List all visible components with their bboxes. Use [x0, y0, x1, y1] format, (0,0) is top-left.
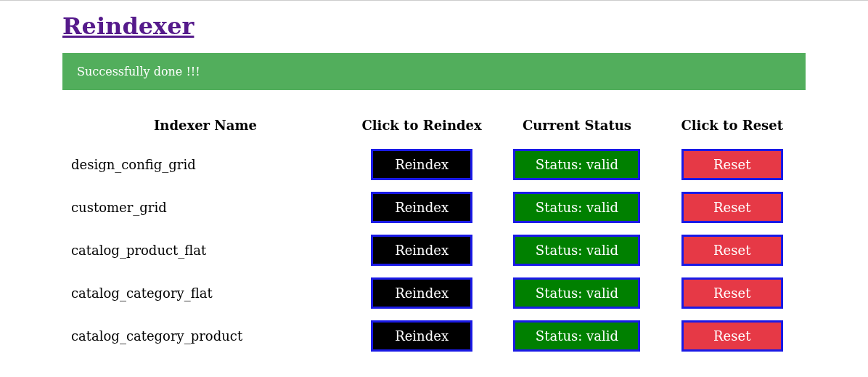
col-click-reset: Click to Reset	[658, 113, 806, 137]
reset-button[interactable]: Reset	[681, 277, 783, 309]
indexer-name: design_config_grid	[62, 149, 348, 180]
reindex-button[interactable]: Reindex	[371, 149, 472, 180]
status-badge: Status: valid	[513, 235, 640, 266]
table-row: catalog_product_flatReindexStatus: valid…	[62, 235, 806, 266]
success-alert-text: Successfully done !!!	[77, 65, 200, 78]
reindex-button[interactable]: Reindex	[371, 277, 472, 309]
col-indexer-name: Indexer Name	[62, 113, 348, 137]
reset-button[interactable]: Reset	[681, 192, 783, 223]
col-click-reindex: Click to Reindex	[348, 113, 496, 137]
table-row: design_config_gridReindexStatus: validRe…	[62, 149, 806, 180]
reset-button[interactable]: Reset	[681, 149, 783, 180]
status-badge: Status: valid	[513, 149, 640, 180]
reset-button[interactable]: Reset	[681, 235, 783, 266]
indexer-name: catalog_category_product	[62, 320, 348, 352]
status-badge: Status: valid	[513, 320, 640, 352]
table-row: catalog_category_flatReindexStatus: vali…	[62, 277, 806, 309]
reindex-button[interactable]: Reindex	[371, 320, 472, 352]
page-title-link[interactable]: Reindexer	[62, 12, 194, 40]
success-alert: Successfully done !!!	[62, 53, 806, 90]
col-current-status: Current Status	[495, 113, 658, 137]
status-badge: Status: valid	[513, 192, 640, 223]
indexer-table: Indexer Name Click to Reindex Current St…	[62, 102, 806, 363]
table-row: customer_gridReindexStatus: validReset	[62, 192, 806, 223]
status-badge: Status: valid	[513, 277, 640, 309]
table-header-row: Indexer Name Click to Reindex Current St…	[62, 113, 806, 137]
page-title: Reindexer	[62, 12, 806, 40]
reindex-button[interactable]: Reindex	[371, 235, 472, 266]
indexer-name: catalog_category_flat	[62, 277, 348, 309]
reindex-button[interactable]: Reindex	[371, 192, 472, 223]
table-row: catalog_category_productReindexStatus: v…	[62, 320, 806, 352]
indexer-name: customer_grid	[62, 192, 348, 223]
reset-button[interactable]: Reset	[681, 320, 783, 352]
indexer-name: catalog_product_flat	[62, 235, 348, 266]
